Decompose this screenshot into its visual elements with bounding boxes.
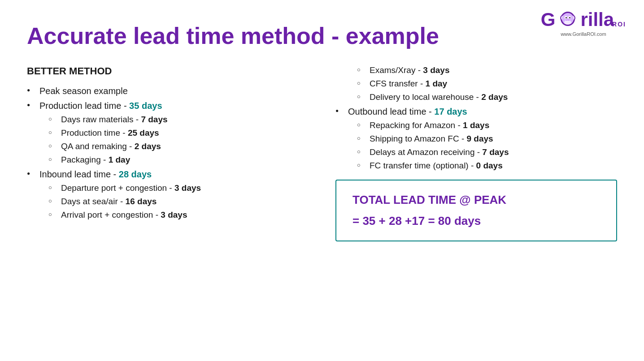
svg-point-12: [568, 20, 570, 21]
inbound-lead-highlight: 28 days: [119, 169, 152, 179]
total-box-line2: = 35 + 28 +17 = 80 days: [352, 214, 600, 228]
svg-point-6: [564, 20, 571, 25]
sub-item-delays-amazon: Delays at Amazon receiving - 7 days: [357, 147, 617, 157]
list-item-production-lead: Production lead time - 35 days Days raw …: [27, 101, 309, 165]
inbound-sub-list: Departure port + congestion - 3 days Day…: [48, 183, 309, 220]
total-box-line1: TOTAL LEAD TIME @ PEAK: [352, 193, 600, 207]
list-item-peak: Peak season example: [27, 86, 309, 96]
content-area: BETTER METHOD Peak season example Produc…: [27, 65, 617, 241]
sub-item-departure: Departure port + congestion - 3 days: [48, 183, 309, 193]
page-title: Accurate lead time method - example: [27, 22, 617, 49]
right-column: Exams/Xray - 3 days CFS transfer - 1 day…: [335, 65, 617, 241]
inbound-lead-text: Inbound lead time -: [39, 169, 119, 179]
section-title: BETTER METHOD: [27, 65, 309, 77]
total-box: TOTAL LEAD TIME @ PEAK = 35 + 28 +17 = 8…: [335, 180, 617, 241]
logo-url: www.GorillaROI.com: [561, 31, 606, 37]
sub-item-production-time: Production time - 25 days: [48, 128, 309, 138]
sub-item-fc-transfer: FC transfer time (optional) - 0 days: [357, 161, 617, 171]
list-item-inbound-lead: Inbound lead time - 28 days Departure po…: [27, 169, 309, 220]
sub-item-repacking: Repacking for Amazon - 1 days: [357, 120, 617, 130]
right-main-list: Outbound lead time - 17 days Repacking f…: [335, 107, 617, 171]
sub-item-sea-air: Days at sea/air - 16 days: [48, 197, 309, 206]
sub-item-cfs: CFS transfer - 1 day: [357, 79, 617, 89]
production-lead-text: Production lead time -: [39, 101, 129, 111]
gorilla-icon: [557, 9, 579, 30]
sub-item-shipping-fc: Shipping to Amazon FC - 9 days: [357, 134, 617, 144]
outbound-lead-highlight: 17 days: [434, 107, 467, 116]
logo-g: G: [541, 9, 556, 30]
peak-season-text: Peak season example: [39, 86, 128, 96]
sub-item-exams: Exams/Xray - 3 days: [357, 65, 617, 75]
logo-roi: ROI: [612, 21, 626, 28]
svg-point-9: [566, 17, 567, 18]
sub-item-delivery-warehouse: Delivery to local warehouse - 2 days: [357, 92, 617, 102]
sub-item-packaging: Packaging - 1 day: [48, 155, 309, 165]
logo-rilla: rilla: [580, 9, 614, 30]
main-list: Peak season example Production lead time…: [27, 86, 309, 220]
production-lead-highlight: 35 days: [129, 101, 162, 111]
right-top-list: Exams/Xray - 3 days CFS transfer - 1 day…: [357, 65, 617, 102]
logo: G rilla ROI www.GorillaROI.com: [541, 9, 626, 37]
sub-item-qa: QA and remaking - 2 days: [48, 142, 309, 151]
svg-point-11: [566, 20, 568, 21]
list-item-outbound-lead: Outbound lead time - 17 days Repacking f…: [335, 107, 617, 171]
svg-point-10: [569, 17, 570, 18]
outbound-sub-list: Repacking for Amazon - 1 days Shipping t…: [357, 120, 617, 171]
sub-item-arrival: Arrival port + congestion - 3 days: [48, 210, 309, 220]
left-column: BETTER METHOD Peak season example Produc…: [27, 65, 309, 241]
sub-item-raw: Days raw materials - 7 days: [48, 115, 309, 125]
production-sub-list: Days raw materials - 7 days Production t…: [48, 115, 309, 165]
outbound-lead-text: Outbound lead time -: [348, 107, 434, 116]
